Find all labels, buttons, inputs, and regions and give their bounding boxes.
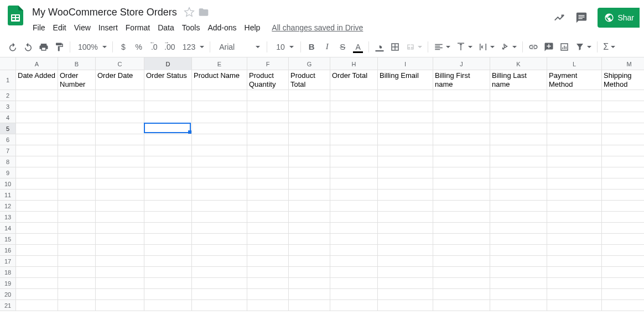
cell-F11[interactable] — [247, 190, 289, 201]
cell-I2[interactable] — [378, 90, 433, 101]
italic-button[interactable]: I — [320, 40, 334, 54]
cell-L16[interactable] — [547, 245, 602, 256]
cell-L19[interactable] — [547, 278, 602, 289]
cell-D18[interactable] — [144, 267, 192, 278]
cell-I14[interactable] — [378, 223, 433, 234]
cell-I19[interactable] — [378, 278, 433, 289]
cell-G13[interactable] — [289, 212, 330, 223]
cell-E10[interactable] — [192, 178, 247, 190]
paint-format-button[interactable] — [52, 40, 66, 54]
cell-B4[interactable] — [58, 112, 96, 123]
column-header-I[interactable]: I — [378, 57, 433, 70]
cell-C10[interactable] — [96, 178, 144, 190]
cell-D2[interactable] — [144, 90, 192, 101]
row-header-14[interactable]: 14 — [0, 223, 15, 234]
column-header-B[interactable]: B — [58, 57, 96, 70]
cell-G21[interactable] — [289, 300, 330, 311]
cell-B2[interactable] — [58, 90, 96, 101]
menu-view[interactable]: View — [70, 21, 95, 34]
column-header-D[interactable]: D — [144, 57, 192, 70]
fill-color-button[interactable] — [372, 40, 387, 54]
cell-H20[interactable] — [330, 289, 378, 300]
cell-E20[interactable] — [192, 289, 247, 300]
cell-H6[interactable] — [330, 134, 378, 145]
cell-L9[interactable] — [547, 167, 602, 178]
menu-edit[interactable]: Edit — [49, 21, 70, 34]
cell-G4[interactable] — [289, 112, 330, 123]
cell-B3[interactable] — [58, 101, 96, 112]
cell-L12[interactable] — [547, 201, 602, 212]
cell-M1[interactable]: Shipping Method — [602, 70, 644, 90]
cell-L21[interactable] — [547, 300, 602, 311]
cell-D20[interactable] — [144, 289, 192, 300]
cell-A6[interactable] — [16, 134, 58, 145]
cell-A4[interactable] — [16, 112, 58, 123]
cell-L14[interactable] — [547, 223, 602, 234]
cell-A17[interactable] — [16, 256, 58, 267]
strikethrough-button[interactable]: S — [335, 40, 350, 54]
cell-C6[interactable] — [96, 134, 144, 145]
cell-I10[interactable] — [378, 178, 433, 190]
cell-D13[interactable] — [144, 212, 192, 223]
cell-I13[interactable] — [378, 212, 433, 223]
cell-J16[interactable] — [433, 245, 490, 256]
cell-K7[interactable] — [490, 145, 547, 156]
cell-C14[interactable] — [96, 223, 144, 234]
row-header-17[interactable]: 17 — [0, 256, 15, 267]
cell-K21[interactable] — [490, 300, 547, 311]
cell-M3[interactable] — [602, 101, 644, 112]
cell-A15[interactable] — [16, 234, 58, 245]
cell-K13[interactable] — [490, 212, 547, 223]
column-header-K[interactable]: K — [490, 57, 547, 70]
menu-addons[interactable]: Add-ons — [204, 21, 240, 34]
cell-M6[interactable] — [602, 134, 644, 145]
menu-file[interactable]: File — [29, 21, 49, 34]
cell-B11[interactable] — [58, 190, 96, 201]
cell-E9[interactable] — [192, 167, 247, 178]
row-header-7[interactable]: 7 — [0, 145, 15, 156]
filter-button[interactable] — [573, 42, 594, 52]
folder-icon[interactable] — [198, 7, 209, 18]
cell-I17[interactable] — [378, 256, 433, 267]
borders-button[interactable] — [388, 40, 402, 54]
cell-M9[interactable] — [602, 167, 644, 178]
cell-A16[interactable] — [16, 245, 58, 256]
cell-A10[interactable] — [16, 178, 58, 190]
menu-insert[interactable]: Insert — [95, 21, 122, 34]
cell-H15[interactable] — [330, 234, 378, 245]
cell-J17[interactable] — [433, 256, 490, 267]
cell-C7[interactable] — [96, 145, 144, 156]
cell-K12[interactable] — [490, 201, 547, 212]
cell-B8[interactable] — [58, 156, 96, 167]
format-percent-button[interactable]: % — [132, 40, 146, 54]
menu-data[interactable]: Data — [154, 21, 178, 34]
cell-I7[interactable] — [378, 145, 433, 156]
column-header-H[interactable]: H — [330, 57, 378, 70]
cell-B16[interactable] — [58, 245, 96, 256]
save-status[interactable]: All changes saved in Drive — [272, 23, 363, 32]
cell-D14[interactable] — [144, 223, 192, 234]
cell-H12[interactable] — [330, 201, 378, 212]
row-header-8[interactable]: 8 — [0, 156, 15, 167]
comments-icon[interactable] — [575, 12, 588, 24]
cell-E15[interactable] — [192, 234, 247, 245]
cell-M8[interactable] — [602, 156, 644, 167]
cell-M13[interactable] — [602, 212, 644, 223]
cell-J14[interactable] — [433, 223, 490, 234]
cell-J20[interactable] — [433, 289, 490, 300]
cell-F12[interactable] — [247, 201, 289, 212]
cell-E3[interactable] — [192, 101, 247, 112]
cell-E19[interactable] — [192, 278, 247, 289]
cell-C5[interactable] — [96, 123, 144, 134]
row-header-2[interactable]: 2 — [0, 90, 15, 101]
column-header-C[interactable]: C — [96, 57, 144, 70]
cell-M11[interactable] — [602, 190, 644, 201]
insert-chart-button[interactable] — [557, 40, 572, 54]
font-dropdown[interactable]: Arial — [214, 43, 263, 51]
cell-K14[interactable] — [490, 223, 547, 234]
cell-H3[interactable] — [330, 101, 378, 112]
cell-I9[interactable] — [378, 167, 433, 178]
column-header-A[interactable]: A — [16, 57, 58, 70]
increase-decimal-button[interactable]: →.00 — [163, 40, 177, 54]
cell-L15[interactable] — [547, 234, 602, 245]
